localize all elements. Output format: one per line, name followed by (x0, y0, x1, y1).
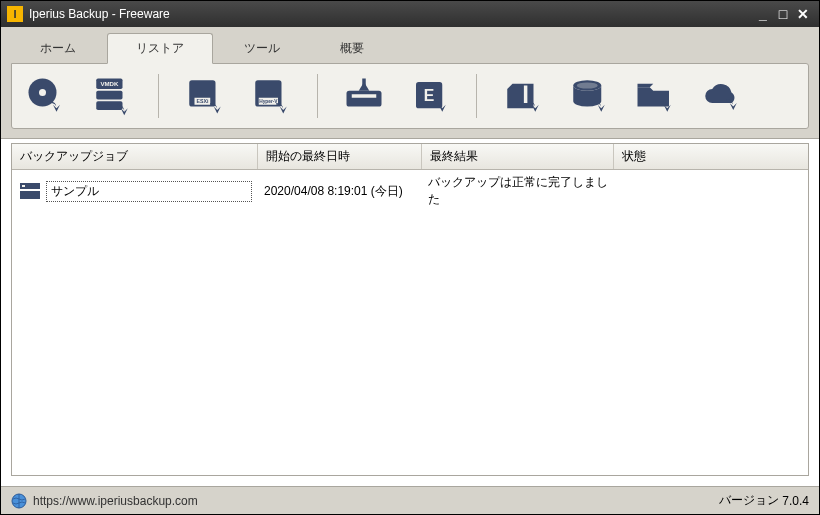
table-header: バックアップジョブ 開始の最終日時 最終結果 状態 (12, 144, 808, 170)
svg-rect-13 (352, 94, 377, 98)
tape-restore-button[interactable] (340, 72, 388, 120)
col-header-last-result[interactable]: 最終結果 (422, 144, 614, 169)
svg-rect-14 (362, 79, 366, 88)
disc-restore-button[interactable] (22, 72, 70, 120)
disc-restore-icon (25, 75, 67, 117)
titlebar: I Iperius Backup - Freeware _ □ ✕ (1, 1, 819, 27)
version-label: バージョン (719, 492, 779, 509)
svg-rect-12 (347, 91, 382, 107)
hyperv-restore-button[interactable]: Hyper-V (247, 72, 295, 120)
tab-strip: ホーム リストア ツール 概要 (11, 27, 809, 64)
statusbar: https://www.iperiusbackup.com バージョン 7.0.… (1, 486, 819, 514)
globe-icon (11, 493, 27, 509)
toolbar: VMDK ESXi Hype (11, 63, 809, 129)
svg-text:Hyper-V: Hyper-V (259, 99, 278, 104)
col-header-state[interactable]: 状態 (614, 144, 808, 169)
table-row[interactable]: サンプル 2020/04/08 8:19:01 (今日) バックアップは正常に完… (12, 170, 808, 212)
svg-text:VMDK: VMDK (100, 80, 119, 87)
separator (476, 74, 477, 118)
table-body: サンプル 2020/04/08 8:19:01 (今日) バックアップは正常に完… (12, 170, 808, 475)
job-table: バックアップジョブ 開始の最終日時 最終結果 状態 (11, 143, 809, 476)
esxi-restore-button[interactable]: ESXi (181, 72, 229, 120)
cell-last-start: 2020/04/08 8:19:01 (今日) (258, 181, 422, 202)
window-title: Iperius Backup - Freeware (29, 7, 753, 21)
minimize-button[interactable]: _ (753, 6, 773, 22)
version-number: 7.0.4 (782, 494, 809, 508)
svg-text:ESXi: ESXi (196, 98, 209, 104)
cell-last-result: バックアップは正常に完了しました (422, 172, 614, 210)
app-icon: I (7, 6, 23, 22)
job-icon (18, 181, 42, 201)
hyperv-restore-icon: Hyper-V (250, 75, 292, 117)
maximize-button[interactable]: □ (773, 6, 793, 22)
svg-rect-17 (524, 86, 528, 104)
job-name: サンプル (46, 181, 252, 202)
svg-text:E: E (424, 87, 435, 104)
svg-point-1 (39, 89, 46, 96)
website-link[interactable]: https://www.iperiusbackup.com (33, 494, 198, 508)
vmdk-restore-icon: VMDK (91, 75, 133, 117)
cloud-restore-icon (700, 75, 742, 117)
separator (317, 74, 318, 118)
zip-restore-button[interactable] (499, 72, 547, 120)
svg-rect-22 (22, 185, 25, 187)
svg-rect-4 (96, 91, 122, 100)
content-area: バックアップジョブ 開始の最終日時 最終結果 状態 (1, 139, 819, 486)
ribbon: ホーム リストア ツール 概要 VMDK (1, 27, 819, 139)
col-header-job[interactable]: バックアップジョブ (12, 144, 258, 169)
cell-state (614, 189, 808, 193)
exchange-restore-icon: E (409, 75, 451, 117)
tab-home[interactable]: ホーム (11, 33, 105, 64)
sql-restore-icon (568, 75, 610, 117)
tab-restore[interactable]: リストア (107, 33, 213, 64)
folder-restore-icon (634, 75, 676, 117)
cloud-restore-button[interactable] (697, 72, 745, 120)
col-header-last-start[interactable]: 開始の最終日時 (258, 144, 422, 169)
sql-restore-button[interactable] (565, 72, 613, 120)
folder-restore-button[interactable] (631, 72, 679, 120)
tape-restore-icon (343, 75, 385, 117)
exchange-restore-button[interactable]: E (406, 72, 454, 120)
close-button[interactable]: ✕ (793, 6, 813, 22)
tab-overview[interactable]: 概要 (311, 33, 393, 64)
svg-point-19 (577, 82, 598, 88)
vmdk-restore-button[interactable]: VMDK (88, 72, 136, 120)
esxi-restore-icon: ESXi (184, 75, 226, 117)
separator (158, 74, 159, 118)
app-window: I Iperius Backup - Freeware _ □ ✕ ホーム リス… (0, 0, 820, 515)
zip-restore-icon (502, 75, 544, 117)
tab-tools[interactable]: ツール (215, 33, 309, 64)
svg-rect-21 (20, 191, 40, 199)
